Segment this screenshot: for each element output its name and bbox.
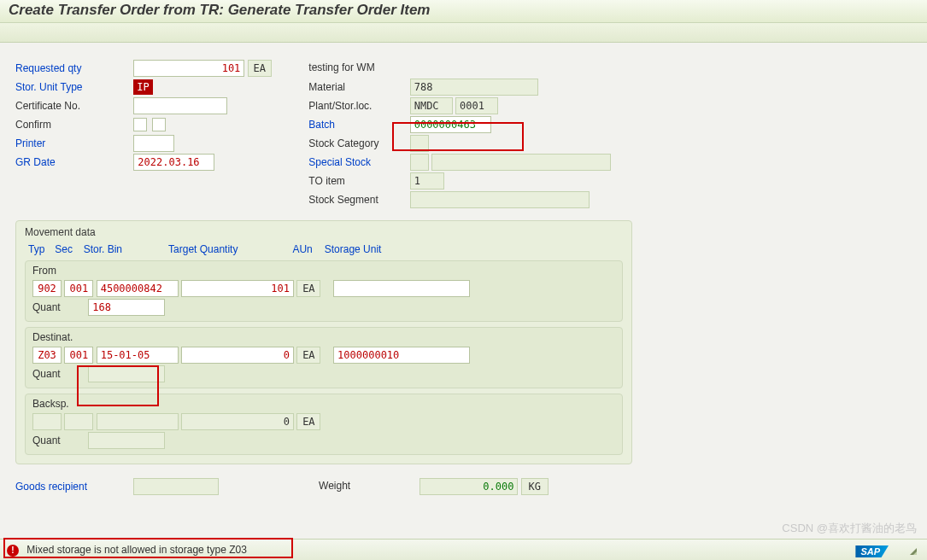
dest-aun: EA	[296, 347, 320, 364]
back-aun: EA	[296, 413, 320, 430]
stor-unit-type-value[interactable]: IP	[133, 79, 152, 95]
dest-subgroup: Destinat. Z03 001 15-01-05 0 EA 10000000…	[25, 327, 623, 388]
stock-segment-input	[410, 191, 590, 208]
material-label: Material	[308, 78, 407, 96]
dest-quant-label: Quant	[32, 365, 85, 383]
confirm-checkbox-1[interactable]	[133, 118, 147, 131]
confirm-label: Confirm	[15, 115, 131, 134]
to-item-label: TO item	[308, 172, 407, 190]
confirm-checkbox-2[interactable]	[152, 118, 166, 131]
from-sec[interactable]: 001	[64, 280, 93, 297]
special-stock-label[interactable]: Special Stock	[308, 153, 407, 172]
goods-recipient-label[interactable]: Goods recipient	[15, 477, 131, 496]
to-item-input: 1	[410, 172, 444, 190]
back-bin	[97, 413, 179, 430]
goods-recipient-input	[133, 478, 219, 495]
from-subgroup: From 902 001 4500000842 101 EA Quant 168	[25, 260, 623, 322]
dest-qty[interactable]: 0	[181, 347, 294, 364]
gr-date-input[interactable]: 2022.03.16	[133, 154, 214, 171]
stor-unit-type-label[interactable]: Stor. Unit Type	[15, 78, 131, 96]
back-subgroup: Backsp. 0 EA Quant	[25, 394, 623, 455]
requested-qty-unit: EA	[248, 60, 272, 77]
from-typ[interactable]: 902	[32, 280, 62, 297]
special-stock-input	[431, 154, 611, 171]
printer-input[interactable]	[133, 135, 174, 152]
stock-cat-label: Stock Category	[308, 134, 407, 153]
hdr-sec: Sec	[55, 243, 80, 255]
back-quant	[88, 432, 165, 449]
special-stock-code	[410, 154, 429, 171]
batch-input[interactable]: 0000000463	[410, 116, 491, 133]
hdr-target: Target Quantity	[168, 243, 290, 255]
material-description: testing for WM	[308, 61, 374, 73]
hdr-typ: Typ	[28, 243, 52, 255]
from-qty[interactable]: 101	[181, 280, 294, 297]
plant-label: Plant/Stor.loc.	[308, 96, 407, 115]
weight-unit: KG	[521, 478, 549, 495]
requested-qty-input[interactable]: 101	[133, 60, 244, 77]
status-bar: ! Mixed storage is not allowed in storag…	[0, 539, 927, 560]
movement-title: Movement data	[25, 226, 623, 238]
back-qty: 0	[181, 413, 294, 430]
dest-bin[interactable]: 15-01-05	[97, 347, 179, 364]
printer-label[interactable]: Printer	[15, 134, 131, 153]
requested-qty-label[interactable]: Requested qty	[15, 59, 131, 78]
back-typ	[32, 413, 62, 430]
status-message: Mixed storage is not allowed in storage …	[26, 544, 246, 556]
weight-label: Weight	[319, 476, 417, 495]
plant-input: NMDC	[410, 97, 453, 114]
back-sec	[64, 413, 93, 430]
dest-title: Destinat.	[32, 331, 615, 343]
page-title: Create Transfer Order from TR: Generate …	[0, 0, 927, 23]
from-bin[interactable]: 4500000842	[97, 280, 179, 297]
from-quant-label: Quant	[32, 298, 85, 317]
dest-typ[interactable]: Z03	[32, 347, 62, 364]
batch-label[interactable]: Batch	[308, 115, 407, 134]
from-su[interactable]	[333, 280, 470, 297]
hdr-su: Storage Unit	[325, 243, 382, 255]
dest-quant	[88, 365, 165, 382]
back-quant-label: Quant	[32, 431, 85, 450]
from-quant[interactable]: 168	[88, 299, 165, 316]
hdr-aun: AUn	[292, 243, 321, 255]
certificate-no-input[interactable]	[133, 97, 227, 114]
dest-sec[interactable]: 001	[64, 347, 93, 364]
movement-group: Movement data Typ Sec Stor. Bin Target Q…	[15, 220, 632, 464]
toolbar	[0, 23, 927, 43]
stock-cat-input	[410, 135, 429, 152]
error-icon: !	[7, 545, 19, 557]
weight-value: 0.000	[419, 478, 518, 495]
from-title: From	[32, 265, 615, 277]
dest-su[interactable]: 1000000010	[333, 347, 470, 364]
stock-segment-label: Stock Segment	[308, 190, 407, 209]
material-input: 788	[410, 79, 538, 96]
watermark: CSDN @喜欢打酱油的老鸟	[782, 521, 917, 536]
resize-grip-inner	[913, 551, 917, 555]
certificate-no-label: Certificate No.	[15, 96, 131, 115]
from-aun: EA	[296, 280, 320, 297]
hdr-bin: Stor. Bin	[84, 243, 166, 255]
sloc-input: 0001	[455, 97, 498, 114]
back-title: Backsp.	[32, 398, 615, 410]
gr-date-label[interactable]: GR Date	[15, 153, 131, 172]
